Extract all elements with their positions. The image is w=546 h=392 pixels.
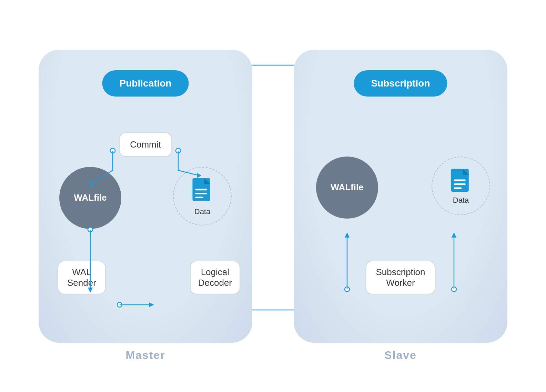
subscription-worker-container: Subscription Worker xyxy=(365,261,435,294)
svg-rect-2 xyxy=(195,189,207,190)
diagram-container: Master Publication Commit WAL file xyxy=(14,15,532,377)
svg-marker-22 xyxy=(345,232,350,238)
svg-rect-18 xyxy=(454,183,465,185)
svg-point-5 xyxy=(110,148,115,153)
slave-panel: Slave Subscription WAL file Data xyxy=(294,50,507,343)
slave-doc-svg xyxy=(449,167,473,194)
svg-marker-14 xyxy=(149,302,154,307)
svg-point-7 xyxy=(176,148,181,153)
svg-point-20 xyxy=(345,287,350,292)
master-data-label: Data xyxy=(194,207,210,216)
slave-wal-circle: WAL file xyxy=(316,157,378,219)
svg-rect-4 xyxy=(195,197,203,198)
svg-rect-3 xyxy=(195,193,207,194)
slave-data-label: Data xyxy=(453,196,469,205)
logical-decoder-line1: Logical xyxy=(201,267,229,277)
master-data-circle: Data xyxy=(173,167,232,225)
subscription-worker-box: Subscription Worker xyxy=(365,261,435,294)
slave-data-doc-icon xyxy=(449,167,473,194)
worker-line1: Subscription xyxy=(376,267,425,277)
master-wal-circle: WAL file xyxy=(59,167,121,229)
commit-box: Commit xyxy=(119,132,172,157)
svg-point-12 xyxy=(117,302,122,307)
master-doc-svg xyxy=(190,176,214,204)
master-label: Master xyxy=(125,349,165,362)
publication-pill: Publication xyxy=(102,70,189,97)
svg-point-23 xyxy=(452,287,456,292)
logical-decoder-container: Logical Decoder xyxy=(190,261,240,294)
publication-container: Publication xyxy=(102,70,189,97)
subscription-pill: Subscription xyxy=(354,70,447,97)
logical-decoder-line2: Decoder xyxy=(198,278,232,288)
wal-sender-container: WAL Sender xyxy=(58,261,106,294)
wal-sender-box: WAL Sender xyxy=(58,261,106,294)
slave-data-circle: Data xyxy=(432,157,490,215)
master-wal-line1: WAL xyxy=(74,192,94,203)
svg-rect-19 xyxy=(454,187,462,189)
master-panel: Master Publication Commit WAL file xyxy=(39,50,252,343)
svg-rect-17 xyxy=(454,179,465,181)
svg-marker-25 xyxy=(452,232,456,238)
wal-sender-line2: Sender xyxy=(67,278,96,288)
slave-label: Slave xyxy=(384,349,417,362)
logical-decoder-box: Logical Decoder xyxy=(190,261,240,294)
worker-line2: Worker xyxy=(386,278,415,288)
subscription-container: Subscription xyxy=(354,70,447,97)
master-data-doc-icon xyxy=(190,176,214,204)
master-wal-line2: file xyxy=(94,192,107,203)
wal-sender-line1: WAL xyxy=(72,267,91,277)
commit-container: Commit xyxy=(119,132,172,157)
slave-wal-line1: WAL xyxy=(331,182,351,193)
slave-wal-line2: file xyxy=(351,182,364,193)
